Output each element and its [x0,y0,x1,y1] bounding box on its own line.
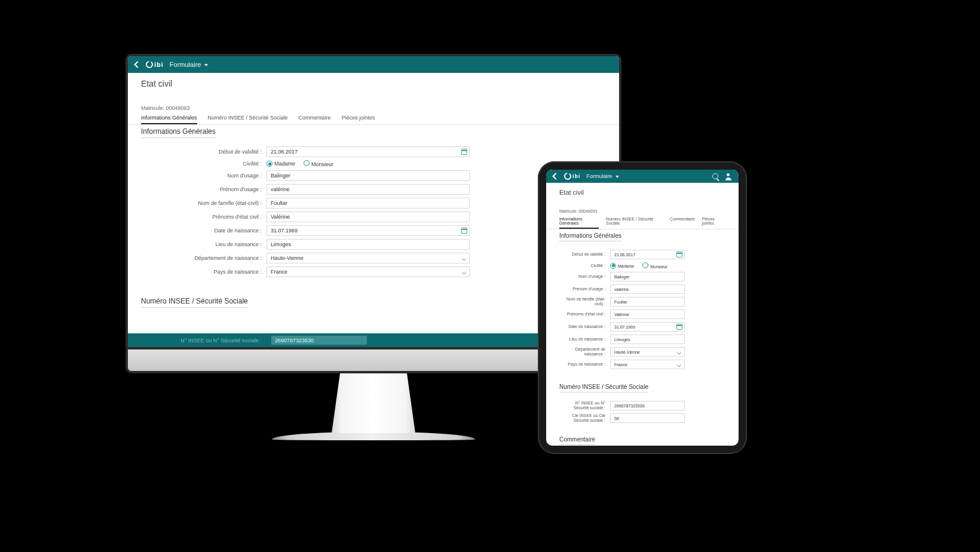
input-date-naissance[interactable]: 31.07.1969 [610,322,685,332]
page-title: Etat civil [546,183,739,198]
label-date-naissance: Date de naissance : [559,324,610,329]
radio-monsieur[interactable]: Monsieur [642,262,667,269]
topbar: ibi Formulaire [546,170,739,183]
input-insee-cle[interactable]: 58 [610,413,685,423]
input-lieu-naissance[interactable]: Limoges [267,239,470,250]
radio-icon [642,262,648,268]
select-dept-naissance[interactable]: Haute-Vienne [610,347,685,357]
input-prenom-usage[interactable]: valérine [610,284,685,294]
value-nom-usage: Balinger [271,173,290,179]
ipad-device: ibi Formulaire Etat civil Matricule: 000… [538,161,747,454]
label-debut-validite: Début de validité : [559,252,610,257]
back-icon[interactable] [552,173,559,179]
value-insee-cle: 58 [614,416,619,421]
topbar-actions [712,173,731,179]
radio-monsieur[interactable]: Monsieur [304,160,333,167]
menu-formulaire[interactable]: Formulaire [170,61,209,68]
matricule-line: Matricule: 00048093 [128,105,619,111]
tab-pieces-jointes[interactable]: Pièces jointes [702,217,725,229]
tab-commentaire[interactable]: Commentaire [670,217,695,229]
radio-icon [304,160,310,166]
label-insee-cle: Clé INSEE ou Clé Sécurité sociale : [559,413,610,422]
value-insee-numero: 2690787323530 [275,338,314,344]
calendar-icon[interactable] [461,228,467,234]
value-date-naissance: 31.07.1969 [271,228,298,234]
select-pays-naissance[interactable]: France [610,360,685,369]
tab-commentaire[interactable]: Commentaire [299,115,331,124]
label-civilite: Civilité : [559,263,610,268]
input-date-naissance[interactable]: 31.07.1969 [267,225,470,236]
value-insee-numero: 2690787323530 [614,404,645,408]
matricule-value: 00048093 [578,209,597,213]
label-lieu-naissance: Lieu de naissance : [141,241,267,247]
radio-label-madame: Madame [618,263,634,268]
input-insee-numero[interactable]: 2690787323530 [610,401,685,410]
label-pays-naissance: Pays de naissance : [141,269,267,275]
logo-icon [146,61,153,68]
app-logo[interactable]: ibi [564,173,581,180]
value-prenoms-etat-civil: Valérine [271,214,290,220]
user-icon[interactable] [725,173,731,179]
radio-madame[interactable]: Madame [267,161,295,167]
matricule-label: Matricule: [141,105,164,111]
value-dept-naissance: Haute-Vienne [614,350,640,354]
matricule-value: 00048093 [166,105,190,111]
label-nom-famille: Nom de famille (état-civil) : [559,297,610,306]
value-pays-naissance: France [614,363,627,367]
form-general: Début de validité :21.06.2017 Civilité :… [546,241,739,376]
logo-text: ibi [572,173,581,179]
value-date-naissance: 31.07.1969 [614,325,635,329]
page-title: Etat civil [128,73,619,91]
label-nom-usage: Nom d'usage : [559,274,610,279]
radio-label-monsieur: Monsieur [650,265,667,269]
label-nom-famille: Nom de famille (état-civil) : [141,200,267,206]
search-icon[interactable] [712,173,718,179]
input-nom-famille[interactable]: Foultar [267,198,470,208]
input-nom-usage[interactable]: Balinger [610,272,685,281]
matricule-label: Matricule: [559,209,577,213]
back-icon[interactable] [134,61,140,68]
radio-group-civilite: Madame Monsieur [267,160,333,167]
radio-madame[interactable]: Madame [610,263,634,269]
value-prenom-usage: valérine [614,287,629,292]
value-lieu-naissance: Limoges [614,338,630,342]
calendar-icon[interactable] [676,324,682,330]
input-nom-famille[interactable]: Foultar [610,297,685,306]
input-debut-validite[interactable]: 21.06.2017 [610,250,685,259]
value-nom-famille: Foultar [271,200,287,206]
label-date-naissance: Date de naissance : [141,228,267,234]
input-nom-usage[interactable]: Balinger [267,170,470,181]
matricule-line: Matricule: 00048093 [546,209,739,213]
value-lieu-naissance: Limoges [271,241,291,247]
tab-pieces-jointes[interactable]: Pièces jointes [342,115,375,124]
chevron-down-icon [462,256,466,260]
tab-informations-generales[interactable]: Informations Générales [559,217,599,229]
menu-formulaire[interactable]: Formulaire [587,173,620,179]
section-title-insee: Numéro INSEE / Sécurité Sociale [141,297,248,308]
section-title-comment: Commentaire [559,436,595,445]
calendar-icon[interactable] [676,252,682,257]
value-debut-validite: 21.06.2017 [614,253,635,257]
tab-insee[interactable]: Numéro INSEE / Sécurité Sociale [606,217,663,229]
app-logo[interactable]: ibi [146,61,164,68]
input-prenom-usage[interactable]: valérine [267,184,470,195]
label-prenoms-etat-civil: Prénoms d'état civil : [559,312,610,317]
tab-informations-generales[interactable]: Informations Générales [141,115,197,124]
value-pays-naissance: France [271,269,287,275]
select-dept-naissance[interactable]: Haute-Vienne [267,253,470,263]
label-insee-numero: N° INSEE ou N° Sécurité sociale : [141,338,267,344]
input-debut-validite[interactable]: 21.06.2017 [267,146,470,157]
input-prenoms-etat-civil[interactable]: Valérine [610,309,685,319]
radio-label-monsieur: Monsieur [311,161,333,167]
tabs: Informations Générales Numéro INSEE / Sé… [546,213,739,229]
input-lieu-naissance[interactable]: Limoges [610,335,685,344]
topbar: ibi Formulaire [128,56,619,73]
label-prenom-usage: Prénom d'usage : [559,287,610,292]
calendar-icon[interactable] [461,149,467,155]
select-pays-naissance[interactable]: France [267,266,470,277]
input-prenoms-etat-civil[interactable]: Valérine [267,211,470,222]
tab-insee[interactable]: Numéro INSEE / Sécurité Sociale [208,115,288,124]
label-dept-naissance: Département de naissance : [559,347,610,356]
label-pays-naissance: Pays de naissance : [559,362,610,367]
input-insee-numero[interactable]: 2690787323530 [271,336,367,345]
